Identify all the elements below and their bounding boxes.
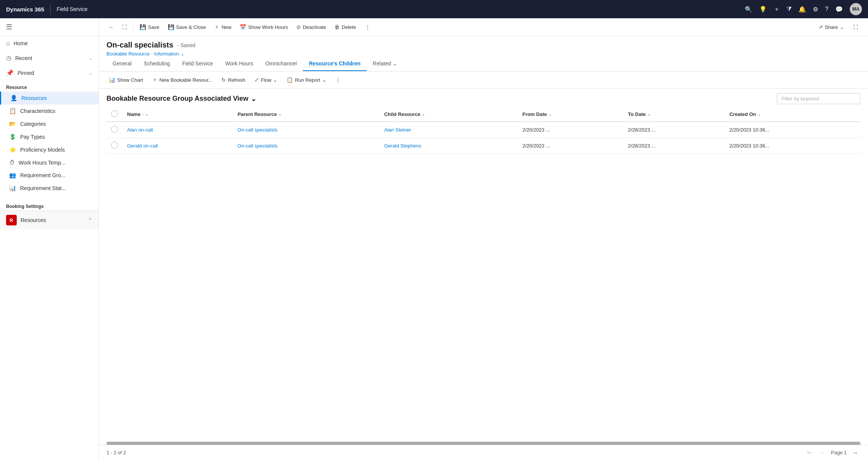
next-page-button[interactable]: → [850,449,860,457]
save-close-icon: 💾 [168,24,174,30]
row-created-on-0: 2/20/2023 10:36... [725,122,860,138]
breadcrumb-entity[interactable]: Bookable Resource [107,51,149,57]
user-avatar[interactable]: MA [850,3,862,15]
plus-icon[interactable]: ＋ [774,5,780,13]
row-checkbox-0[interactable] [111,126,118,133]
breadcrumb: Bookable Resource · Information ⌄ [107,51,860,57]
sidebar-item-categories[interactable]: 📂 Categories [0,117,99,130]
save-close-button[interactable]: 💾 Save & Close [164,22,210,32]
created-sort-icon: ⌄ [758,112,761,116]
save-button[interactable]: 💾 Save [136,22,163,32]
scrollbar-track[interactable] [107,442,860,445]
view-chevron[interactable]: ⌄ [251,95,256,103]
sidebar-item-work-hours[interactable]: ⏱ Work Hours Temp... [0,156,99,169]
row-from-date-1: 2/20/2023 ... [518,138,623,154]
select-all-checkbox[interactable] [111,110,118,117]
flow-button[interactable]: ⤢ Flow ⌄ [251,75,281,85]
new-icon: ＋ [214,24,219,30]
lightbulb-icon[interactable]: 💡 [759,6,767,13]
expand-button[interactable]: ⛶ [118,22,131,32]
row-created-on-1: 2/20/2023 10:36... [725,138,860,154]
sidebar-item-characteristics[interactable]: 📋 Characteristics [0,105,99,117]
new-bookable-button[interactable]: ＋ New Bookable Resour... [148,75,216,85]
tabs-bar: General Scheduling Field Service Work Ho… [99,57,868,71]
sidebar-proficiency-label: Proficiency Models [20,147,65,153]
resources-icon: 👤 [10,95,17,102]
sidebar-item-req-group[interactable]: 👥 Requirement Gro... [0,169,99,182]
col-child-resource[interactable]: Child Resource ⌄ [380,107,518,122]
sidebar-item-pay-types[interactable]: 💲 Pay Types [0,130,99,143]
col-parent-resource[interactable]: Parent Resource ⌄ [233,107,380,122]
deactivate-label: Deactivate [303,24,326,30]
save-close-label: Save & Close [176,24,206,30]
row-name-link-0[interactable]: Alan on-call [127,127,153,133]
tab-scheduling[interactable]: Scheduling [138,57,176,71]
pinned-chevron: ⌄ [89,70,92,76]
sidebar-characteristics-label: Characteristics [20,108,56,114]
row-child-link-0[interactable]: Alan Steiner [384,127,411,133]
settings-icon[interactable]: ⚙ [813,6,818,13]
row-parent-link-1[interactable]: On-call specialists [237,143,277,149]
tab-resources-children[interactable]: Resource's Children [303,57,367,71]
help-icon[interactable]: ? [825,6,828,13]
sidebar-item-recent[interactable]: ◷ Recent ⌄ [0,51,99,65]
child-sort-icon: ⌄ [422,112,425,116]
row-checkbox-1[interactable] [111,142,118,149]
sidebar-item-home[interactable]: ⌂ Home [0,36,99,51]
tab-general[interactable]: General [107,57,138,71]
run-report-icon: 📋 [286,77,293,83]
view-title: Bookable Resource Group Associated View … [107,95,256,103]
work-hours-btn-icon: 📅 [240,24,246,30]
run-report-chevron: ⌄ [322,77,326,83]
characteristics-icon: 📋 [9,108,16,114]
filter-icon[interactable]: ⧩ [787,6,792,13]
nav-icons: 🔍 💡 ＋ ⧩ 🔔 ⚙ ? 💬 MA [745,3,862,15]
back-button[interactable]: ← [105,22,118,32]
sidebar-req-group-label: Requirement Gro... [20,172,65,178]
search-icon[interactable]: 🔍 [745,6,752,13]
fullscreen-button[interactable]: ⛶ [849,22,862,32]
table-footer: 1 - 2 of 2 ⇤ ← Page 1 → [99,445,868,460]
new-button[interactable]: ＋ New [210,21,235,33]
tab-work-hours[interactable]: Work Hours [219,57,259,71]
breadcrumb-chevron: ⌄ [180,51,184,57]
col-name[interactable]: Name ↑ ⌄ [122,107,233,122]
col-created-on[interactable]: Created On ⌄ [725,107,860,122]
filter-input[interactable] [777,93,860,104]
sidebar-item-req-stat[interactable]: 📊 Requirement Stat... [0,182,99,195]
tab-field-service[interactable]: Field Service [176,57,219,71]
sidebar-pay-types-label: Pay Types [20,134,45,140]
show-chart-button[interactable]: 📊 Show Chart [105,75,147,85]
col-from-date[interactable]: From Date ⌄ [518,107,623,122]
chart-icon: 📊 [109,77,115,83]
delete-button[interactable]: 🗑 Delete [331,22,360,32]
refresh-button[interactable]: ↻ Refresh [218,75,249,85]
breadcrumb-view[interactable]: Information ⌄ [154,51,184,57]
chat-icon[interactable]: 💬 [835,6,843,13]
sidebar-item-pinned[interactable]: 📌 Pinned ⌄ [0,65,99,80]
sidebar-footer[interactable]: R Resources ⌃ [0,211,99,229]
refresh-icon: ↻ [221,77,226,83]
first-page-button[interactable]: ⇤ [805,448,814,457]
row-parent-link-0[interactable]: On-call specialists [237,127,277,133]
deactivate-button[interactable]: ⊘ Deactivate [293,22,330,32]
more-button[interactable]: ⋮ [361,22,374,32]
sidebar-item-resources[interactable]: 👤 Resources [0,92,99,105]
tab-related[interactable]: Related ⌄ [367,57,403,71]
col-to-date[interactable]: To Date ⌄ [623,107,725,122]
resource-table: Name ↑ ⌄ Parent Resource ⌄ [107,107,860,154]
run-report-button[interactable]: 📋 Run Report ⌄ [283,75,330,85]
bell-icon[interactable]: 🔔 [798,6,806,13]
refresh-label: Refresh [228,77,245,83]
tab-omnichannel[interactable]: Omnichannel [259,57,303,71]
sub-more-button[interactable]: ⋮ [332,75,344,85]
hamburger-button[interactable]: ☰ [0,18,99,36]
share-button[interactable]: ↗ Share ⌄ [815,22,848,32]
delete-label: Delete [342,24,356,30]
row-name-link-1[interactable]: Gerald on-call [127,143,158,149]
show-work-hours-button[interactable]: 📅 Show Work Hours [236,22,292,32]
row-child-link-1[interactable]: Gerald Stephens [384,143,421,149]
prev-page-button[interactable]: ← [817,449,828,457]
sidebar: ☰ ⌂ Home ◷ Recent ⌄ 📌 Pinned ⌄ Resource … [0,18,99,460]
sidebar-item-proficiency[interactable]: ⭐ Proficiency Models [0,143,99,156]
